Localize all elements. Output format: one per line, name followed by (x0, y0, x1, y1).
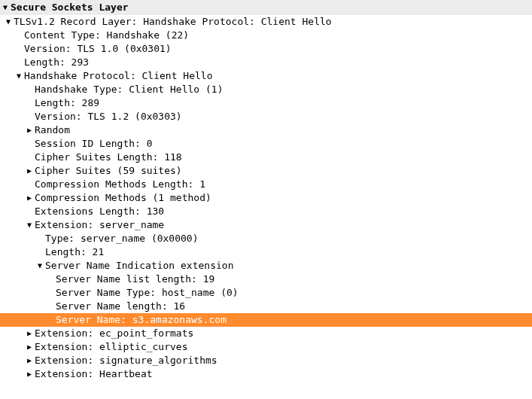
chevron-right-icon[interactable] (26, 354, 33, 367)
chevron-right-icon[interactable] (26, 123, 33, 137)
tree-row-label: Server Name list length: 19 (54, 273, 214, 286)
tree-row-label: Type: server_name (0x0000) (44, 232, 199, 245)
tree-row[interactable]: Session ID Length: 0 (0, 137, 532, 151)
tree-row-label: Content Type: Handshake (22) (23, 29, 189, 42)
protocol-header[interactable]: Secure Sockets Layer (0, 0, 532, 15)
tree-row[interactable]: Type: server_name (0x0000) (0, 232, 532, 245)
protocol-tree: TLSv1.2 Record Layer: Handshake Protocol… (0, 15, 532, 381)
chevron-down-icon[interactable] (26, 218, 33, 232)
tree-row-label: Random (33, 123, 70, 137)
chevron-down-icon[interactable] (15, 69, 23, 83)
tree-row[interactable]: Server Name Type: host_name (0) (0, 286, 532, 300)
tree-row-label: Server Name length: 16 (54, 300, 185, 313)
tree-row[interactable]: Server Name: s3.amazonaws.com (0, 313, 532, 327)
tree-row-label: Server Name Indication extension (44, 259, 233, 273)
tree-row[interactable]: Extension: server_name (0, 218, 532, 232)
tree-row[interactable]: Extension: Heartbeat (0, 367, 532, 381)
tree-row[interactable]: Compression Methods (1 method) (0, 191, 532, 205)
tree-row[interactable]: Server Name length: 16 (0, 300, 532, 313)
tree-row-label: Version: TLS 1.2 (0x0303) (33, 110, 182, 123)
tree-row[interactable]: Extension: signature_algorithms (0, 354, 532, 367)
tree-row-label: Handshake Protocol: Client Hello (23, 69, 212, 83)
tree-row-label: Version: TLS 1.0 (0x0301) (23, 42, 172, 56)
tree-row[interactable]: Compression Methods Length: 1 (0, 178, 532, 191)
tree-row[interactable]: Server Name list length: 19 (0, 273, 532, 286)
tree-row[interactable]: Extension: elliptic_curves (0, 340, 532, 354)
chevron-down-icon[interactable] (36, 259, 44, 273)
tree-row[interactable]: Length: 293 (0, 56, 532, 69)
tree-row[interactable]: Length: 289 (0, 96, 532, 110)
tree-row-label: Extension: signature_algorithms (33, 354, 217, 367)
tree-row[interactable]: Cipher Suites (59 suites) (0, 164, 532, 178)
tree-row-label: Extension: server_name (33, 218, 164, 232)
tree-row-label: Extension: elliptic_curves (33, 340, 188, 354)
tree-row[interactable]: Version: TLS 1.2 (0x0303) (0, 110, 532, 123)
chevron-down-icon[interactable] (5, 15, 12, 29)
tree-row-label: Extension: Heartbeat (33, 367, 153, 381)
tree-row[interactable]: Content Type: Handshake (22) (0, 29, 532, 42)
tree-row-label: Cipher Suites Length: 118 (33, 151, 182, 164)
tree-row[interactable]: Random (0, 123, 532, 137)
tree-row-label: Length: 21 (44, 245, 104, 259)
tree-row-label: TLSv1.2 Record Layer: Handshake Protocol… (12, 15, 332, 29)
tree-row-label: Extension: ec_point_formats (33, 327, 193, 340)
tree-row[interactable]: Cipher Suites Length: 118 (0, 151, 532, 164)
chevron-right-icon[interactable] (26, 164, 33, 178)
chevron-right-icon[interactable] (26, 191, 33, 205)
tree-row-label: Server Name: s3.amazonaws.com (54, 313, 226, 327)
tree-row[interactable]: Server Name Indication extension (0, 259, 532, 273)
chevron-down-icon[interactable] (2, 1, 9, 14)
tree-row[interactable]: Handshake Type: Client Hello (1) (0, 83, 532, 96)
tree-row-label: Handshake Type: Client Hello (1) (33, 83, 223, 96)
protocol-header-label: Secure Sockets Layer (9, 1, 129, 14)
tree-row[interactable]: Extensions Length: 130 (0, 205, 532, 218)
tree-row-label: Session ID Length: 0 (33, 137, 153, 151)
tree-row[interactable]: TLSv1.2 Record Layer: Handshake Protocol… (0, 15, 532, 29)
chevron-right-icon[interactable] (26, 367, 33, 381)
tree-row-label: Cipher Suites (59 suites) (33, 164, 182, 178)
tree-row-label: Compression Methods (1 method) (33, 191, 211, 205)
tree-row-label: Length: 293 (23, 56, 89, 69)
chevron-right-icon[interactable] (26, 340, 33, 354)
tree-row-label: Compression Methods Length: 1 (33, 178, 205, 191)
tree-row[interactable]: Handshake Protocol: Client Hello (0, 69, 532, 83)
tree-row[interactable]: Version: TLS 1.0 (0x0301) (0, 42, 532, 56)
chevron-right-icon[interactable] (26, 327, 33, 340)
tree-row[interactable]: Length: 21 (0, 245, 532, 259)
tree-row[interactable]: Extension: ec_point_formats (0, 327, 532, 340)
tree-row-label: Extensions Length: 130 (33, 205, 164, 218)
tree-row-label: Length: 289 (33, 96, 99, 110)
tree-row-label: Server Name Type: host_name (0) (54, 286, 239, 300)
